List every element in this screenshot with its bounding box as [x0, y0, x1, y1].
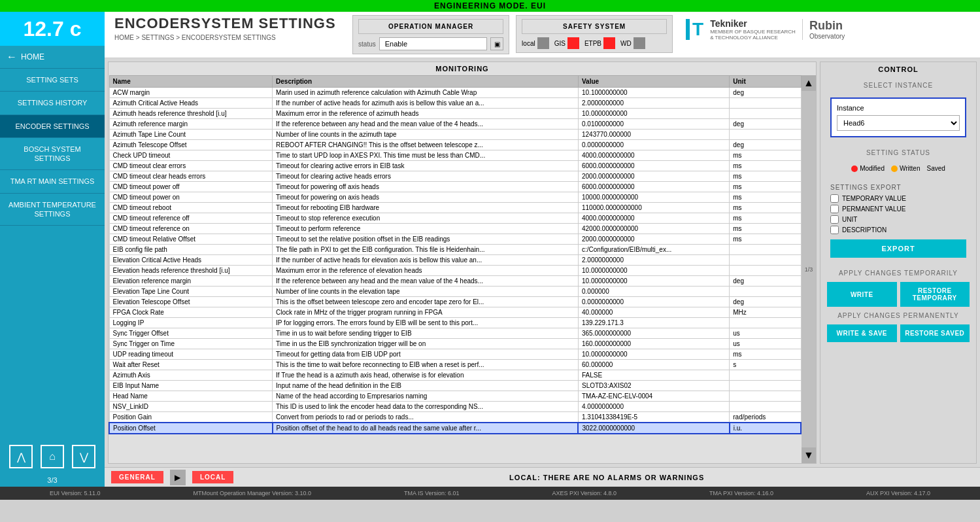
local-mode-button[interactable]: LOCAL	[192, 471, 233, 483]
scroll-down-button[interactable]: ▼	[802, 447, 816, 463]
row-desc: If the reference between any head and th…	[273, 119, 579, 130]
scroll-up-button[interactable]: ▲	[802, 75, 816, 91]
row-value: 4.0000000000	[578, 402, 729, 412]
row-value: c:/Configuration/EIB/multi_ex...	[578, 245, 729, 255]
table-row[interactable]: Position OffsetPosition offset of the he…	[109, 423, 801, 434]
sidebar-item-tma-rt-main-settings[interactable]: TMA RT MAIN SETTINGS	[0, 170, 105, 193]
table-row[interactable]: Sync Trigger OffsetTime in us to wait be…	[109, 328, 801, 339]
tma-is-version: TMA IS Version: 6.01	[404, 490, 460, 496]
row-desc: Timeout to perform reference	[273, 224, 579, 234]
restore-temporary-button[interactable]: RESTORE TEMPORARY	[900, 282, 970, 307]
row-value: 1243770.000000	[578, 130, 729, 140]
row-unit	[730, 287, 801, 297]
op-manager-icon[interactable]: ▣	[490, 37, 503, 50]
sidebar-item-settings-history[interactable]: SETTINGS HISTORY	[0, 92, 105, 114]
table-row[interactable]: Elevation Telescope OffsetThis is the of…	[109, 297, 801, 307]
nav-down-button[interactable]: ⋁	[72, 445, 95, 468]
table-row[interactable]: Logging IPIP for logging errors. The err…	[109, 318, 801, 328]
table-row[interactable]: Elevation Tape Line CountNumber of line …	[109, 287, 801, 297]
table-row[interactable]: Position GainConvert from periods to rad…	[109, 412, 801, 423]
row-desc: Timeout for rebooting EIB hardware	[273, 203, 579, 213]
monitoring-table-container[interactable]: Name Description Value Unit ACW marginMa…	[109, 75, 802, 463]
table-row[interactable]: FPGA Clock RateClock rate in MHz of the …	[109, 307, 801, 318]
table-row[interactable]: UDP reading timeoutTimeout for getting d…	[109, 349, 801, 360]
row-name: Sync Trigger Offset	[109, 328, 273, 339]
table-row[interactable]: CMD timeout power offTimeout for powerin…	[109, 182, 801, 192]
row-name: Azimuth reference margin	[109, 119, 273, 130]
row-desc: Timeout to stop reference execution	[273, 213, 579, 224]
table-row[interactable]: ACW marginMarin used in azimuth referenc…	[109, 88, 801, 98]
row-unit: ms	[730, 224, 801, 234]
mode-icon[interactable]: ▶	[170, 470, 186, 485]
row-value: 10.0000000000	[578, 349, 729, 360]
monitoring-table: Name Description Value Unit ACW marginMa…	[109, 75, 802, 434]
row-desc: The file path in PXI to get the EIB conf…	[273, 245, 579, 255]
table-row[interactable]: Elevation heads reference threshold [i.u…	[109, 266, 801, 276]
table-row[interactable]: Sync Trigger on TimeTime in us the EIB s…	[109, 339, 801, 349]
safety-indicators: local GIS ETPB WD	[522, 37, 667, 49]
table-row[interactable]: EIB config file pathThe file path in PXI…	[109, 245, 801, 255]
eui-version: EUI Version: 5.11.0	[50, 490, 101, 496]
row-desc: Position offset of the head to do all he…	[273, 423, 579, 434]
checkbox-description-input[interactable]	[830, 226, 839, 234]
table-row[interactable]: Azimuth Telescope OffsetREBOOT AFTER CHA…	[109, 140, 801, 150]
setting-status: Modified Written Saved	[824, 162, 973, 175]
table-row[interactable]: EIB Input NameInput name of the head def…	[109, 381, 801, 391]
row-unit	[730, 266, 801, 276]
aux-pxi-version: AUX PXI Version: 4.17.0	[866, 490, 930, 496]
table-row[interactable]: CMD timeout power onTimeout for powering…	[109, 192, 801, 203]
row-value: 2.0000000000	[578, 255, 729, 266]
sidebar-item-ambient-temp-settings[interactable]: AMBIENT TEMPERATURE SETTINGS	[0, 194, 105, 226]
settings-export: SETTINGS EXPORT TEMPORARY VALUE PERMANEN…	[824, 181, 973, 264]
row-value: TMA-AZ-ENC-ELV-0004	[578, 391, 729, 402]
sidebar-item-bosch-system-settings[interactable]: BOSCH SYSTEM SETTINGS	[0, 138, 105, 171]
table-row[interactable]: Wait after ResetThis is the time to wait…	[109, 360, 801, 370]
table-row[interactable]: CMD timeout reference onTimeout to perfo…	[109, 224, 801, 234]
table-row[interactable]: CMD timeout clear heads errorsTimeout fo…	[109, 171, 801, 182]
table-row[interactable]: CMD timeout rebootTimeout for rebooting …	[109, 203, 801, 213]
sidebar-item-setting-sets[interactable]: SETTING SETS	[0, 69, 105, 92]
row-desc: Convert from periods to rad or periods t…	[273, 412, 579, 423]
table-row[interactable]: CMD timeout Relative OffsetTimeout to se…	[109, 234, 801, 245]
table-row[interactable]: Azimuth AxisIf True the head is a azimut…	[109, 370, 801, 381]
general-mode-button[interactable]: GENERAL	[111, 471, 163, 483]
row-name: CMD timeout reboot	[109, 203, 273, 213]
table-row[interactable]: Azimuth heads reference threshold [i.u]M…	[109, 109, 801, 119]
status-written: Written	[891, 165, 921, 172]
write-save-button[interactable]: WRITE & SAVE	[827, 324, 897, 342]
table-row[interactable]: Azimuth Critical Active HeadsIf the numb…	[109, 98, 801, 109]
nav-home-button[interactable]: ⌂	[41, 445, 64, 468]
table-row[interactable]: CMD timeout clear errorsTimeout for clea…	[109, 161, 801, 171]
table-row[interactable]: Elevation reference marginIf the referen…	[109, 276, 801, 287]
sidebar-nav-back[interactable]: ← HOME	[0, 46, 105, 69]
row-unit	[730, 381, 801, 391]
table-row[interactable]: Check UPD timeoutTime to start UPD loop …	[109, 150, 801, 161]
restore-saved-button[interactable]: RESTORE SAVED	[900, 324, 970, 342]
row-name: Elevation Tape Line Count	[109, 287, 273, 297]
sidebar-bottom-nav: ⋀ ⌂ ⋁	[0, 440, 105, 474]
checkbox-unit: UNIT	[830, 215, 966, 224]
safety-local: local	[522, 37, 549, 49]
row-name: Elevation Telescope Offset	[109, 297, 273, 307]
checkbox-temporary-input[interactable]	[830, 194, 839, 203]
nav-up-button[interactable]: ⋀	[9, 445, 33, 468]
table-row[interactable]: Azimuth Tape Line CountNumber of line co…	[109, 130, 801, 140]
table-row[interactable]: Head NameName of the head according to E…	[109, 391, 801, 402]
table-row[interactable]: Azimuth reference marginIf the reference…	[109, 119, 801, 130]
checkbox-permanent-input[interactable]	[830, 205, 839, 213]
row-unit	[730, 370, 801, 381]
table-row[interactable]: NSV_LinkIDThis ID is used to link the en…	[109, 402, 801, 412]
row-desc: Timeout for powering on axis heads	[273, 192, 579, 203]
checkbox-unit-input[interactable]	[830, 215, 839, 224]
status-bar: GENERAL ▶ LOCAL LOCAL: THERE ARE NO ALAR…	[105, 467, 980, 487]
table-row[interactable]: CMD timeout reference offTimeout to stop…	[109, 213, 801, 224]
write-button[interactable]: WRITE	[827, 282, 897, 307]
local-indicator	[537, 37, 549, 49]
table-row[interactable]: Elevation Critical Active HeadsIf the nu…	[109, 255, 801, 266]
row-unit: i.u.	[730, 423, 801, 434]
row-desc: REBOOT AFTER CHANGING!! This is the offs…	[273, 140, 579, 150]
row-desc: If True the head is a azimuth axis head,…	[273, 370, 579, 381]
export-button[interactable]: EXPORT	[830, 239, 966, 258]
sidebar-item-encoder-settings[interactable]: ENCODER SETTINGS	[0, 115, 105, 138]
instance-select[interactable]: Head1 Head2 Head3 Head4 Head5 Head6	[837, 115, 960, 131]
